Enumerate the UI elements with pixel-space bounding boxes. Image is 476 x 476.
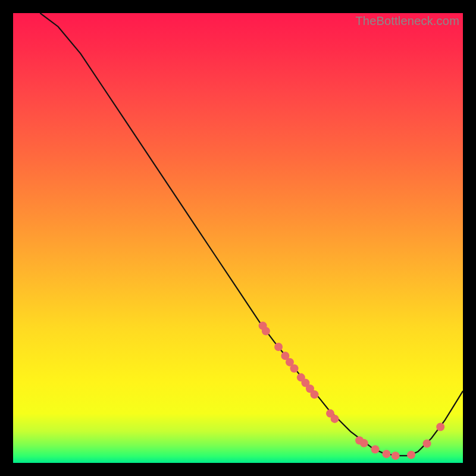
data-marker — [371, 445, 380, 453]
data-marker — [274, 343, 283, 351]
chart-frame: TheBottleneck.com — [0, 0, 476, 476]
plot-area: TheBottleneck.com — [13, 13, 463, 463]
data-marker — [407, 450, 415, 459]
data-marker — [382, 450, 390, 458]
data-marker — [392, 452, 400, 460]
data-marker — [423, 439, 431, 447]
chart-overlay — [13, 13, 463, 463]
data-marker — [311, 390, 319, 399]
data-marker — [331, 415, 339, 423]
data-marker — [360, 439, 368, 447]
data-marker — [436, 423, 444, 431]
data-marker — [262, 327, 270, 335]
bottleneck-curve — [40, 13, 463, 456]
watermark-text: TheBottleneck.com — [355, 14, 459, 28]
data-marker — [290, 364, 299, 372]
data-markers — [259, 321, 445, 459]
